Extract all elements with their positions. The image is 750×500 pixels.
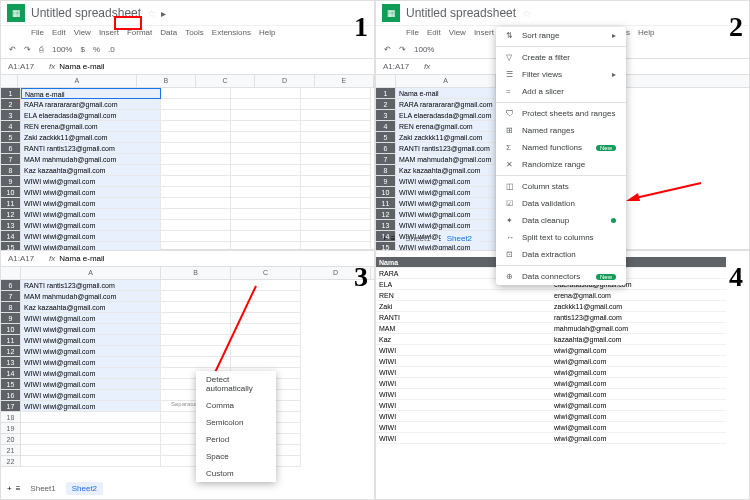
menu-data-validation[interactable]: ☑Data validation <box>496 195 626 212</box>
star-icon[interactable]: ☆ <box>522 8 531 19</box>
menu-add-slicer[interactable]: =Add a slicer <box>496 83 626 100</box>
step-number-4: 4 <box>729 261 743 293</box>
formula-content[interactable]: Nama e-mail <box>59 62 104 71</box>
menu-edit[interactable]: Edit <box>427 28 441 37</box>
menu-view[interactable]: View <box>449 28 466 37</box>
doc-title[interactable]: Untitled spreadsheet <box>406 6 516 20</box>
toolbar: ↶ ↷ ⎙ 100% $ % .0 <box>1 41 374 59</box>
add-sheet-icon[interactable]: + <box>7 484 12 493</box>
col-c[interactable]: C <box>196 75 255 87</box>
menu-edit[interactable]: Edit <box>52 28 66 37</box>
menu-data-cleanup[interactable]: ✦Data cleanup <box>496 212 626 229</box>
separator-dropdown: Detect automatically Comma Semicolon Per… <box>196 371 276 482</box>
col-b[interactable]: B <box>137 75 196 87</box>
undo-icon[interactable]: ↶ <box>382 44 393 55</box>
chevron-right-icon: ▸ <box>612 70 616 79</box>
sheet-tabs: + ≡ Sheet1 Sheet2 <box>382 232 478 245</box>
menu-tools[interactable]: Tools <box>185 28 204 37</box>
menu-filter-views[interactable]: ☰Filter views▸ <box>496 66 626 83</box>
panel-4: 4 Nama e-mail RARArararararar@gmail.comE… <box>375 250 750 500</box>
undo-icon[interactable]: ↶ <box>7 44 18 55</box>
menu-split-text[interactable]: ↔Split text to columns <box>496 229 626 246</box>
step-number-1: 1 <box>354 11 368 43</box>
sheet-tab-1[interactable]: Sheet1 <box>399 232 436 245</box>
col-d[interactable]: D <box>255 75 314 87</box>
redo-icon[interactable]: ↷ <box>397 44 408 55</box>
ranges-icon: ⊞ <box>506 126 516 135</box>
all-sheets-icon[interactable]: ≡ <box>16 484 21 493</box>
sheet-tab-2[interactable]: Sheet2 <box>441 232 478 245</box>
menu-file[interactable]: File <box>406 28 419 37</box>
select-all-corner[interactable] <box>1 267 21 279</box>
decimal-icon[interactable]: .0 <box>106 44 117 55</box>
sheet-tabs: + ≡ Sheet1 Sheet2 <box>7 482 103 495</box>
add-sheet-icon[interactable]: + <box>382 234 387 243</box>
sparkle-icon: ✦ <box>506 216 516 225</box>
select-all-corner[interactable] <box>376 75 396 87</box>
menu-randomize[interactable]: ✕Randomize range <box>496 156 626 173</box>
all-sheets-icon[interactable]: ≡ <box>391 234 396 243</box>
panel-1: 1 ▦ Untitled spreadsheet ☆ ▸ File Edit V… <box>0 0 375 250</box>
col-b[interactable]: B <box>161 267 231 279</box>
function-icon: Σ <box>506 143 516 152</box>
sep-period[interactable]: Period <box>196 431 276 448</box>
menu-file[interactable]: File <box>31 28 44 37</box>
menu-protect[interactable]: 🛡Protect sheets and ranges <box>496 105 626 122</box>
sep-space[interactable]: Space <box>196 448 276 465</box>
redo-icon[interactable]: ↷ <box>22 44 33 55</box>
currency-icon[interactable]: $ <box>78 44 86 55</box>
indicator-dot <box>611 218 616 223</box>
sheet-tab-1[interactable]: Sheet1 <box>24 482 61 495</box>
result-grid[interactable]: Nama e-mail RARArararararar@gmail.comELA… <box>376 257 749 444</box>
split-icon: ↔ <box>506 233 516 242</box>
menu-insert[interactable]: Insert <box>99 28 119 37</box>
col-a[interactable]: A <box>21 267 161 279</box>
spreadsheet-grid[interactable]: A B C D E 1Nama e-mail2RARA rararararar@… <box>1 75 374 275</box>
name-box[interactable]: A1:A17 <box>5 253 45 264</box>
fx-icon: fx <box>424 62 430 71</box>
sep-custom[interactable]: Custom <box>196 465 276 482</box>
doc-title[interactable]: Untitled spreadsheet <box>31 6 141 20</box>
menu-data-extraction[interactable]: ⊡Data extraction <box>496 246 626 263</box>
menu-create-filter[interactable]: ▽Create a filter <box>496 49 626 66</box>
col-a[interactable]: A <box>396 75 496 87</box>
select-all-corner[interactable] <box>1 75 18 87</box>
menu-insert[interactable]: Insert <box>474 28 494 37</box>
lock-icon: 🛡 <box>506 109 516 118</box>
formula-content[interactable]: Nama e-mail <box>59 254 104 263</box>
sep-comma[interactable]: Comma <box>196 397 276 414</box>
print-icon[interactable]: ⎙ <box>37 44 46 55</box>
menu-sort-range[interactable]: ⇅Sort range▸ <box>496 27 626 44</box>
menu-help[interactable]: Help <box>259 28 275 37</box>
menu-format[interactable]: Format <box>127 28 152 37</box>
step-number-3: 3 <box>354 261 368 293</box>
panel-3: 3 A1:A17 fx Nama e-mail A B C D 6RANTI r… <box>0 250 375 500</box>
step-number-2: 2 <box>729 11 743 43</box>
menu-data-connectors[interactable]: ⊕Data connectorsNew <box>496 268 626 285</box>
menu-column-stats[interactable]: ◫Column stats <box>496 178 626 195</box>
sheet-tab-2[interactable]: Sheet2 <box>66 482 103 495</box>
name-box[interactable]: A1:A17 <box>380 61 420 72</box>
check-icon: ☑ <box>506 199 516 208</box>
sep-semicolon[interactable]: Semicolon <box>196 414 276 431</box>
name-box[interactable]: A1:A17 <box>5 61 45 72</box>
zoom-select[interactable]: 100% <box>412 44 436 55</box>
sheets-logo: ▦ <box>382 4 400 22</box>
menu-named-ranges[interactable]: ⊞Named ranges <box>496 122 626 139</box>
menu-data[interactable]: Data <box>160 28 177 37</box>
percent-icon[interactable]: % <box>91 44 102 55</box>
menu-named-functions[interactable]: ΣNamed functionsNew <box>496 139 626 156</box>
col-c[interactable]: C <box>231 267 301 279</box>
col-a[interactable]: A <box>18 75 137 87</box>
menu-help[interactable]: Help <box>638 28 654 37</box>
spreadsheet-grid[interactable]: A B C D 6RANTI rantis123@gmail.com7MAM m… <box>1 267 374 467</box>
folder-icon[interactable]: ▸ <box>161 8 166 19</box>
sep-detect[interactable]: Detect automatically <box>196 371 276 397</box>
menu-extensions[interactable]: Extensions <box>212 28 251 37</box>
col-e[interactable]: E <box>315 75 374 87</box>
menu-view[interactable]: View <box>74 28 91 37</box>
sheets-logo: ▦ <box>7 4 25 22</box>
chevron-right-icon: ▸ <box>612 31 616 40</box>
zoom-select[interactable]: 100% <box>50 44 74 55</box>
star-icon[interactable]: ☆ <box>147 8 156 19</box>
